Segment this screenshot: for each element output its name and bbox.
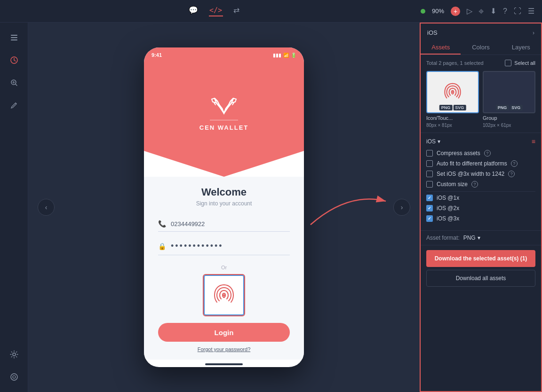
sidebar-history-icon[interactable] bbox=[5, 51, 24, 70]
format-label: Asset format: bbox=[426, 235, 460, 241]
play-icon[interactable]: ▷ bbox=[467, 7, 472, 16]
asset-item-fingerprint[interactable]: PNG SVG Icon/Touc... 80px × 81px bbox=[426, 71, 479, 128]
customsize-help-icon[interactable]: ? bbox=[471, 181, 478, 188]
menu-icon[interactable]: ☰ bbox=[528, 7, 534, 16]
login-button[interactable]: Login bbox=[158, 323, 290, 342]
tab-layers[interactable]: Layers bbox=[501, 40, 541, 55]
fingerprint-svg bbox=[210, 281, 238, 309]
nav-prev-button[interactable]: ‹ bbox=[38, 199, 55, 216]
asset-thumb-group[interactable]: PNG SVG bbox=[483, 71, 535, 113]
asset-item-group[interactable]: PNG SVG Group 102px × 61px bbox=[483, 71, 535, 128]
toolbar-code[interactable]: </> bbox=[209, 6, 222, 16]
asset-name-group: Group bbox=[483, 115, 535, 121]
asset-size-fingerprint: 80px × 81px bbox=[426, 123, 479, 128]
scale-3x-checkbox[interactable] bbox=[426, 215, 433, 222]
format-value: PNG bbox=[463, 235, 476, 241]
asset-size-group: 102px × 61px bbox=[483, 123, 535, 128]
sidebar-bottom bbox=[5, 345, 24, 392]
scale-1x-checkbox[interactable] bbox=[426, 195, 433, 201]
toolbar-right: 90% + ▷ ⎆ ⬇ ? ⛶ ☰ bbox=[421, 7, 534, 16]
asset-name-fingerprint: Icon/Touc... bbox=[426, 115, 479, 121]
asset-format-badges-1: PNG SVG bbox=[439, 105, 466, 110]
svg-point-7 bbox=[13, 376, 16, 378]
forgot-password-link[interactable]: Forgot your password? bbox=[198, 346, 251, 352]
shuffle-icon: ⇄ bbox=[233, 6, 239, 14]
password-field-value[interactable]: •••••••••••• bbox=[171, 241, 223, 251]
svg-point-8 bbox=[223, 294, 225, 296]
brand-name: CEN WALLET bbox=[199, 124, 249, 131]
scale-3x-row: iOS @3x bbox=[426, 215, 535, 222]
welcome-title: Welcome bbox=[201, 186, 247, 198]
sidebar-pen-icon[interactable] bbox=[5, 96, 24, 115]
status-bar: 9:41 ▮▮▮ 📶 🔋 bbox=[144, 47, 304, 58]
toolbar: 💬 </> ⇄ 90% + ▷ ⎆ ⬇ ? ⛶ ☰ bbox=[0, 0, 542, 23]
password-field-icon: 🔒 bbox=[158, 243, 166, 250]
ios-options-section: iOS ▾ ≡ Compress assets ? Auto fit to di… bbox=[421, 133, 541, 231]
setwidth-checkbox[interactable] bbox=[426, 171, 433, 177]
sidebar-layers-icon[interactable] bbox=[5, 28, 24, 47]
phone-field-icon: 📞 bbox=[158, 220, 166, 227]
scale-3x-label: iOS @3x bbox=[437, 215, 459, 222]
nav-next-button[interactable]: › bbox=[393, 199, 410, 216]
filter-icon[interactable]: ≡ bbox=[532, 138, 535, 145]
option-setwidth: Set iOS @3x width to 1242 ? bbox=[426, 171, 535, 177]
toolbar-chat[interactable]: 💬 bbox=[189, 6, 198, 16]
scale-1x-row: iOS @1x bbox=[426, 195, 535, 201]
sidebar-view-icon[interactable] bbox=[5, 368, 24, 386]
download-all-button[interactable]: Download all assets bbox=[426, 270, 535, 287]
compress-help-icon[interactable]: ? bbox=[484, 150, 491, 157]
options-divider bbox=[426, 191, 535, 192]
tab-colors[interactable]: Colors bbox=[461, 40, 501, 55]
main-layout: ‹ 9:41 ▮▮▮ 📶 🔋 bbox=[0, 23, 542, 392]
download-selected-button[interactable]: Download the selected asset(s) (1) bbox=[426, 250, 535, 267]
fingerprint-box[interactable] bbox=[203, 274, 245, 316]
setwidth-help-icon[interactable]: ? bbox=[508, 171, 515, 177]
assets-meta-text: Total 2 pages, 1 selected bbox=[426, 60, 484, 66]
annotation-arrow bbox=[292, 182, 405, 239]
logo-svg bbox=[205, 94, 243, 118]
format-select[interactable]: PNG ▾ bbox=[463, 235, 480, 241]
tab-assets[interactable]: Assets bbox=[421, 40, 461, 55]
phone-body: Welcome Sign into your account 📞 0234449… bbox=[144, 177, 304, 360]
asset-preview-fingerprint bbox=[441, 80, 464, 104]
select-all-label[interactable]: Select all bbox=[514, 60, 535, 66]
download-icon[interactable]: ⬇ bbox=[490, 7, 496, 16]
format-row: Asset format: PNG ▾ bbox=[421, 231, 541, 245]
format-svg-badge-2: SVG bbox=[510, 105, 522, 110]
ios-dropdown-button[interactable]: iOS ▾ bbox=[426, 138, 440, 145]
fullscreen-icon[interactable]: ⛶ bbox=[514, 7, 521, 16]
select-all-checkbox[interactable] bbox=[505, 60, 511, 66]
asset-thumb-fingerprint[interactable]: PNG SVG bbox=[426, 71, 479, 113]
assets-section: Total 2 pages, 1 selected Select all bbox=[421, 55, 541, 133]
autofit-help-icon[interactable]: ? bbox=[511, 160, 518, 167]
share-icon[interactable]: ⎆ bbox=[479, 7, 484, 16]
format-svg-badge: SVG bbox=[453, 105, 466, 110]
asset-grid: PNG SVG Icon/Touc... 80px × 81px PNG SVG bbox=[426, 71, 535, 128]
scale-2x-checkbox[interactable] bbox=[426, 205, 433, 212]
phone-mockup: 9:41 ▮▮▮ 📶 🔋 bbox=[144, 47, 304, 367]
help-icon[interactable]: ? bbox=[503, 7, 507, 16]
customsize-checkbox[interactable] bbox=[426, 181, 433, 188]
wifi-icon: 📶 bbox=[283, 53, 289, 58]
option-customsize: Custom size ? bbox=[426, 181, 535, 188]
phone-field-value[interactable]: 0234449922 bbox=[171, 220, 205, 227]
panel-chevron-icon[interactable]: › bbox=[533, 30, 534, 36]
welcome-sub: Sign into your account bbox=[196, 200, 252, 207]
active-indicator bbox=[209, 16, 223, 16]
option-compress: Compress assets ? bbox=[426, 150, 535, 157]
svg-rect-1 bbox=[11, 37, 17, 38]
left-sidebar bbox=[0, 23, 28, 392]
sidebar-settings-icon[interactable] bbox=[5, 345, 24, 364]
format-png-badge: PNG bbox=[439, 105, 453, 110]
sidebar-zoom-icon[interactable] bbox=[5, 73, 24, 92]
chat-icon: 💬 bbox=[189, 6, 198, 14]
compress-checkbox[interactable] bbox=[426, 150, 433, 157]
format-chevron-icon: ▾ bbox=[478, 235, 480, 241]
autofit-checkbox[interactable] bbox=[426, 160, 433, 167]
phone-header: 9:41 ▮▮▮ 📶 🔋 bbox=[144, 47, 304, 177]
svg-point-10 bbox=[452, 91, 453, 93]
toolbar-shuffle[interactable]: ⇄ bbox=[233, 6, 239, 16]
right-panel: iOS › Assets Colors Layers Total 2 pages… bbox=[420, 23, 542, 392]
plus-button[interactable]: + bbox=[451, 7, 460, 16]
ios-dropdown-label: iOS bbox=[426, 138, 436, 145]
